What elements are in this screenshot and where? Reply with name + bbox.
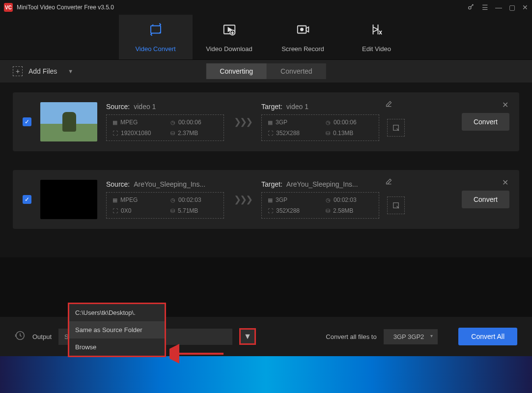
dropdown-item-same-as-source[interactable]: Same as Source Folder	[69, 321, 165, 338]
tab-converted[interactable]: Converted	[267, 63, 326, 79]
arrow-icon: ❯❯❯	[234, 116, 252, 127]
app-icon: VC	[4, 3, 13, 12]
convert-all-button[interactable]: Convert All	[458, 328, 517, 345]
disk-icon: ⛁	[170, 208, 175, 214]
svg-point-0	[469, 6, 471, 9]
target-details: ▦3GP ◷00:00:06 ⛶352X288 ⛁0.13MB	[261, 114, 379, 141]
disk-icon: ⛁	[170, 130, 175, 137]
remove-button[interactable]: ✕	[502, 178, 508, 187]
footer-bar: Output Same as Source Folder ▼ Convert a…	[0, 317, 532, 356]
film-icon: ▦	[112, 197, 117, 203]
target-label: Target:	[261, 180, 282, 188]
menu-icon[interactable]: ☰	[482, 3, 488, 11]
main-tabs: Video Convert Video Download Screen Reco…	[0, 15, 532, 60]
maximize-button[interactable]: ▢	[509, 3, 515, 11]
select-checkbox[interactable]: ✓	[23, 195, 31, 204]
convert-icon	[148, 22, 163, 40]
download-icon	[222, 22, 237, 40]
file-card: ✓ Source:AreYou_Sleeping_Ins... ▦MPEG ◷0…	[13, 170, 519, 229]
edit-icon[interactable]	[385, 100, 392, 109]
edit-icon	[369, 22, 384, 40]
convert-button[interactable]: Convert	[462, 113, 509, 131]
edit-target-button[interactable]	[387, 119, 405, 137]
disk-icon: ⛁	[326, 130, 330, 137]
select-checkbox[interactable]: ✓	[23, 117, 31, 126]
tab-video-convert[interactable]: Video Convert	[119, 15, 193, 59]
toolbar: + Add Files ▼ Converting Converted	[0, 60, 532, 83]
target-name: video 1	[286, 103, 308, 111]
dropdown-item-browse[interactable]: Browse	[69, 338, 165, 356]
tab-edit-video[interactable]: Edit Video	[340, 15, 414, 59]
output-label: Output	[32, 333, 52, 340]
desktop-background	[0, 356, 532, 393]
key-icon[interactable]	[467, 3, 475, 12]
film-icon: ▦	[268, 197, 273, 203]
target-details: ▦3GP ◷00:02:03 ⛶352X288 ⛁2.58MB	[261, 192, 379, 219]
film-icon: ▦	[112, 119, 117, 126]
tab-label: Video Download	[206, 45, 252, 53]
tab-screen-record[interactable]: Screen Record	[266, 15, 340, 59]
edit-target-button[interactable]	[387, 196, 405, 214]
convert-all-label: Convert all files to	[326, 333, 376, 340]
clock-icon: ◷	[326, 119, 331, 126]
tab-video-download[interactable]: Video Download	[193, 15, 266, 59]
edit-icon[interactable]	[385, 178, 392, 187]
source-label: Source:	[106, 103, 130, 111]
source-details: ▦MPEG ◷00:02:03 ⛶0X0 ⛁5.71MB	[106, 192, 224, 219]
clock-icon: ◷	[170, 197, 175, 203]
output-dropdown-menu: C:\Users\tk\Desktop\. Same as Source Fol…	[68, 303, 166, 357]
add-files-button[interactable]: + Add Files ▼	[13, 66, 73, 76]
resolution-icon: ⛶	[268, 208, 273, 214]
svg-point-5	[301, 28, 303, 30]
app-title: MiniTool Video Converter Free v3.5.0	[17, 4, 467, 11]
clock-icon: ◷	[326, 197, 331, 203]
video-thumbnail[interactable]	[40, 180, 97, 219]
disk-icon: ⛁	[326, 208, 330, 214]
history-icon[interactable]	[15, 330, 26, 343]
tab-label: Edit Video	[362, 45, 391, 53]
source-name: AreYou_Sleeping_Ins...	[134, 180, 205, 188]
target-name: AreYou_Sleeping_Ins...	[286, 180, 358, 188]
format-select[interactable]: 3GP 3GP2	[384, 329, 438, 344]
video-thumbnail[interactable]	[40, 102, 97, 141]
file-card: ✓ Source:video 1 ▦MPEG ◷00:00:06 ⛶1920X1…	[13, 92, 519, 151]
tab-converting[interactable]: Converting	[206, 63, 267, 79]
titlebar: VC MiniTool Video Converter Free v3.5.0 …	[0, 0, 532, 15]
resolution-icon: ⛶	[112, 130, 118, 136]
file-list: ✓ Source:video 1 ▦MPEG ◷00:00:06 ⛶1920X1…	[0, 83, 532, 257]
minimize-button[interactable]: —	[495, 3, 502, 11]
tab-label: Screen Record	[281, 45, 324, 53]
plus-icon: +	[13, 66, 23, 76]
arrow-icon: ❯❯❯	[234, 194, 252, 205]
record-icon	[296, 22, 310, 40]
source-label: Source:	[106, 180, 130, 188]
film-icon: ▦	[268, 119, 273, 126]
target-label: Target:	[261, 103, 282, 111]
add-files-label: Add Files	[28, 67, 57, 75]
resolution-icon: ⛶	[112, 208, 118, 214]
source-details: ▦MPEG ◷00:00:06 ⛶1920X1080 ⛁2.37MB	[106, 114, 224, 141]
tab-label: Video Convert	[135, 45, 175, 53]
window-controls: ☰ — ▢ ✕	[467, 3, 528, 12]
clock-icon: ◷	[170, 119, 175, 126]
output-dropdown-button[interactable]: ▼	[239, 328, 256, 345]
chevron-down-icon[interactable]: ▼	[68, 68, 73, 74]
convert-button[interactable]: Convert	[462, 191, 509, 208]
source-name: video 1	[134, 103, 156, 111]
resolution-icon: ⛶	[268, 130, 273, 136]
status-tab-switch: Converting Converted	[206, 63, 326, 79]
remove-button[interactable]: ✕	[502, 100, 508, 110]
dropdown-item-path[interactable]: C:\Users\tk\Desktop\.	[69, 304, 165, 321]
svg-rect-1	[151, 26, 161, 33]
close-button[interactable]: ✕	[522, 3, 528, 11]
